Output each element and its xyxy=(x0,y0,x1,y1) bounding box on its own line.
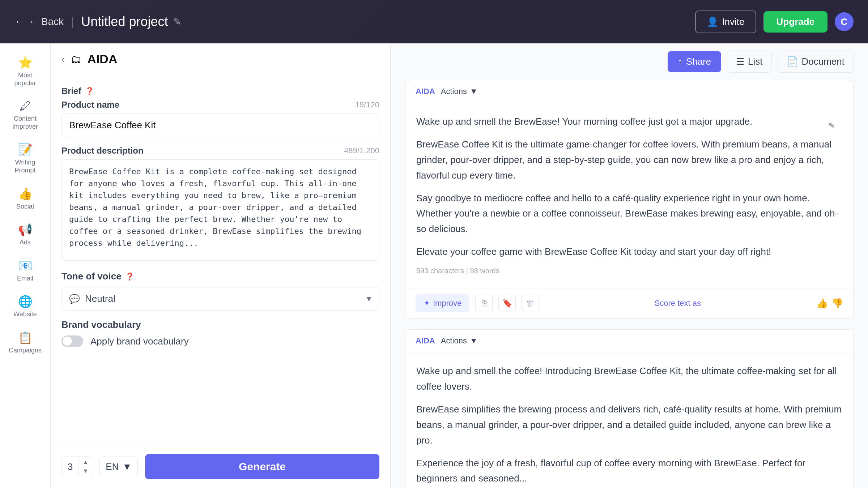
upgrade-label: Upgrade xyxy=(776,16,814,27)
ads-icon: 📢 xyxy=(18,223,33,236)
tone-help-icon[interactable]: ❓ xyxy=(125,272,134,281)
back-button[interactable]: ← ← Back xyxy=(14,16,64,27)
tone-value: Neutral xyxy=(85,293,115,304)
brief-help-icon[interactable]: ❓ xyxy=(85,87,94,95)
upgrade-button[interactable]: Upgrade xyxy=(763,11,827,33)
copy-button-1[interactable]: ⎘ xyxy=(475,295,493,312)
sidebar-item-content-improver[interactable]: 🖊 Content Improver xyxy=(4,94,47,136)
invite-button[interactable]: 👤 Invite xyxy=(695,10,756,33)
document-button[interactable]: 📄 Document xyxy=(778,51,854,73)
language-select[interactable]: EN ▼ xyxy=(99,457,138,477)
list-button[interactable]: ☰ List xyxy=(727,51,771,73)
share-label: Share xyxy=(686,56,711,67)
sidebar-label-social: Social xyxy=(16,203,34,211)
left-panel: ‹ 🗂 AIDA Brief ❓ Product name 19/120 Pro… xyxy=(51,43,391,488)
result-tag-1: AIDA xyxy=(416,87,435,96)
brand-vocab-toggle[interactable] xyxy=(61,335,83,347)
improve-label-1: Improve xyxy=(433,299,461,308)
bookmark-button-1[interactable]: 🔖 xyxy=(498,295,516,312)
list-label: List xyxy=(748,56,762,67)
result-block-2: AIDA Actions ▼ Wake up and smell the cof… xyxy=(405,329,854,488)
sidebar-item-email[interactable]: 📧 Email xyxy=(4,254,47,288)
sidebar-label-most-popular: Most popular xyxy=(7,72,43,87)
actions-label-2: Actions xyxy=(441,336,467,346)
product-name-label: Product name xyxy=(61,100,119,110)
bookmark-icon-1: 🔖 xyxy=(502,299,512,308)
result-body-inner-2: Wake up and smell the coffee! Introducin… xyxy=(416,363,842,486)
campaigns-icon: 📋 xyxy=(18,331,33,344)
result-para-2-1: Wake up and smell the coffee! Introducin… xyxy=(416,363,842,394)
product-name-input[interactable] xyxy=(61,114,379,137)
toggle-knob xyxy=(63,337,72,346)
product-desc-label: Product description xyxy=(61,146,144,156)
panel-content: Brief ❓ Product name 19/120 Product desc… xyxy=(51,75,390,445)
product-name-counter: 19/120 xyxy=(355,100,379,110)
topbar-right: 👤 Invite Upgrade C xyxy=(695,10,854,33)
panel-header: ‹ 🗂 AIDA xyxy=(51,43,390,75)
result-body-inner-1: ✎ Wake up and smell the BrewEase! Your m… xyxy=(416,114,842,260)
tone-select[interactable]: 💬 Neutral xyxy=(61,287,379,311)
actions-chevron-icon-2: ▼ xyxy=(470,336,478,346)
brand-vocab-label: Brand vocabulary xyxy=(61,319,141,330)
sidebar-label-ads: Ads xyxy=(20,239,31,247)
sidebar-item-ads[interactable]: 📢 Ads xyxy=(4,218,47,252)
quantity-value: 3 xyxy=(62,457,78,477)
product-desc-textarea[interactable]: BrewEase Coffee Kit is a complete coffee… xyxy=(61,159,379,261)
invite-label: Invite xyxy=(722,16,744,27)
delete-button-1[interactable]: 🗑 xyxy=(522,295,539,312)
result-block-1: AIDA Actions ▼ ✎ Wake up and smell the B… xyxy=(405,80,854,318)
result-footer-1: ✦ Improve ⎘ 🔖 🗑 Score text as 👍 xyxy=(405,288,853,318)
result-body-2: Wake up and smell the coffee! Introducin… xyxy=(405,352,853,488)
edit-project-title-icon[interactable]: ✎ xyxy=(173,16,181,28)
thumbdown-button-1[interactable]: 👎 xyxy=(831,298,843,309)
sidebar-label-content-improver: Content Improver xyxy=(7,115,43,130)
results-area: AIDA Actions ▼ ✎ Wake up and smell the B… xyxy=(391,80,868,488)
right-toolbar: ↑ Share ☰ List 📄 Document xyxy=(391,43,868,80)
result-para-2-2: BrewEase simplifies the brewing process … xyxy=(416,402,842,448)
actions-label-1: Actions xyxy=(441,87,467,96)
writing-prompt-icon: 📝 xyxy=(18,143,33,157)
generate-button[interactable]: Generate xyxy=(145,454,379,479)
topbar: ← ← Back | Untitled project ✎ 👤 Invite U… xyxy=(0,0,868,43)
improve-button-1[interactable]: ✦ Improve xyxy=(416,294,469,312)
result-body-1: ✎ Wake up and smell the BrewEase! Your m… xyxy=(405,103,853,288)
sidebar-item-campaigns[interactable]: 📋 Campaigns xyxy=(4,326,47,360)
sidebar-item-social[interactable]: 👍 Social xyxy=(4,182,47,216)
tone-of-voice-section: Tone of voice ❓ xyxy=(61,271,379,282)
stepper-down[interactable]: ▼ xyxy=(79,467,92,475)
sidebar-item-most-popular[interactable]: ⭐ Most popular xyxy=(4,51,47,92)
result-para-1-4: Elevate your coffee game with BrewEase C… xyxy=(416,244,842,260)
copy-icon-1: ⎘ xyxy=(482,299,486,308)
share-button[interactable]: ↑ Share xyxy=(668,51,721,72)
document-label: Document xyxy=(802,56,845,67)
language-value: EN xyxy=(106,461,119,472)
icon-sidebar: ⭐ Most popular 🖊 Content Improver 📝 Writ… xyxy=(0,43,51,488)
quantity-stepper[interactable]: 3 ▲ ▼ xyxy=(61,457,92,477)
brief-label: Brief ❓ xyxy=(61,86,379,96)
brief-text: Brief xyxy=(61,86,81,96)
score-text-link-1[interactable]: Score text as xyxy=(655,299,701,308)
thumbup-button-1[interactable]: 👍 xyxy=(816,298,828,309)
actions-button-1[interactable]: Actions ▼ xyxy=(441,87,478,96)
panel-footer: 3 ▲ ▼ EN ▼ Generate xyxy=(51,445,390,488)
list-icon: ☰ xyxy=(736,56,744,67)
result-para-1-2: BrewEase Coffee Kit is the ultimate game… xyxy=(416,137,842,183)
result-header-1: AIDA Actions ▼ xyxy=(405,80,853,103)
tone-select-wrapper: 💬 Neutral ▼ xyxy=(61,287,379,311)
project-title-container: Untitled project ✎ xyxy=(81,14,181,29)
stepper-up[interactable]: ▲ xyxy=(79,458,92,467)
actions-button-2[interactable]: Actions ▼ xyxy=(441,336,478,346)
stepper-arrows: ▲ ▼ xyxy=(78,458,92,475)
panel-back-arrow[interactable]: ‹ xyxy=(61,53,65,65)
avatar[interactable]: C xyxy=(835,12,854,31)
result-tag-2: AIDA xyxy=(416,336,435,346)
product-desc-counter: 489/1,200 xyxy=(344,146,379,155)
result-meta-1: 593 characters | 98 words xyxy=(416,267,842,275)
edit-result-icon-1[interactable]: ✎ xyxy=(829,121,835,130)
right-panel: ↑ Share ☰ List 📄 Document AIDA Actions ▼ xyxy=(391,43,868,488)
brand-vocab-row: Apply brand vocabulary xyxy=(61,335,379,347)
sidebar-item-website[interactable]: 🌐 Website xyxy=(4,290,47,324)
sidebar-item-writing-prompt[interactable]: 📝 Writing Prompt xyxy=(4,138,47,179)
avatar-letter: C xyxy=(841,16,848,27)
topbar-divider: | xyxy=(71,15,74,29)
